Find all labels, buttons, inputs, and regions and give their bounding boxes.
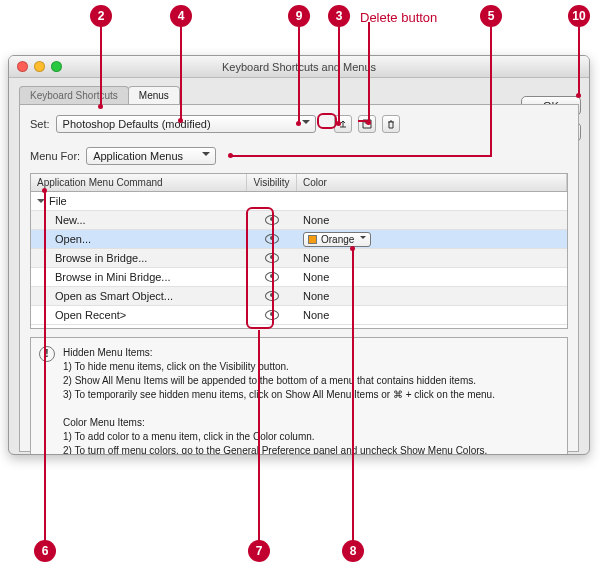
leader xyxy=(44,190,46,542)
cmd-label: Open... xyxy=(31,233,247,245)
leader-dot xyxy=(366,120,371,125)
leader xyxy=(368,22,370,122)
callout-5: 5 xyxy=(480,5,502,27)
set-value: Photoshop Defaults (modified) xyxy=(63,118,211,130)
leader xyxy=(352,248,354,542)
tab-strip: Keyboard Shortcuts Menus xyxy=(19,86,589,104)
help-line: 3) To temporarily see hidden menu items,… xyxy=(63,388,495,402)
leader-dot xyxy=(296,121,301,126)
leader xyxy=(258,330,260,542)
close-window-icon[interactable] xyxy=(17,61,28,72)
color-popup[interactable]: Orange xyxy=(303,232,371,247)
color-cell[interactable]: None xyxy=(297,309,567,321)
menu-for-label: Menu For: xyxy=(30,150,80,162)
callout-6: 6 xyxy=(34,540,56,562)
leader-dot xyxy=(228,153,233,158)
table-row[interactable]: Open Recent> None xyxy=(31,306,567,325)
info-icon: ! xyxy=(39,346,55,362)
callout-4: 4 xyxy=(170,5,192,27)
color-cell[interactable]: None xyxy=(297,290,567,302)
table-row[interactable]: Open as Smart Object... None xyxy=(31,287,567,306)
leader xyxy=(180,27,182,120)
table-row[interactable]: Browse in Bridge... None xyxy=(31,249,567,268)
leader xyxy=(100,27,102,106)
callout-3: 3 xyxy=(328,5,350,27)
color-cell[interactable]: None xyxy=(297,252,567,264)
table-row[interactable]: New... None xyxy=(31,211,567,230)
col-command[interactable]: Application Menu Command xyxy=(31,174,247,191)
leader-dot xyxy=(350,246,355,251)
leader xyxy=(578,27,580,95)
menu-table: Application Menu Command Visibility Colo… xyxy=(30,173,568,329)
table-header: Application Menu Command Visibility Colo… xyxy=(31,174,567,192)
color-cell[interactable]: None xyxy=(297,214,567,226)
tab-menus[interactable]: Menus xyxy=(128,86,180,104)
color-value: Orange xyxy=(321,234,354,245)
leader-dot xyxy=(178,118,183,123)
set-label: Set: xyxy=(30,118,50,130)
menu-for-value: Application Menus xyxy=(93,150,183,162)
col-color[interactable]: Color xyxy=(297,174,567,191)
callout-10: 10 xyxy=(568,5,590,27)
leader xyxy=(490,27,492,155)
cmd-label: Open as Smart Object... xyxy=(31,290,247,302)
leader xyxy=(230,155,492,157)
callout-9: 9 xyxy=(288,5,310,27)
menu-for-popup[interactable]: Application Menus xyxy=(86,147,216,165)
color-cell[interactable]: None xyxy=(297,271,567,283)
tab-keyboard-shortcuts[interactable]: Keyboard Shortcuts xyxy=(19,86,129,104)
minimize-window-icon[interactable] xyxy=(34,61,45,72)
help-box: ! Hidden Menu Items: 1) To hide menu ite… xyxy=(30,337,568,455)
highlight-visibility-column xyxy=(246,207,274,329)
group-file: File xyxy=(49,195,67,207)
cmd-label: New... xyxy=(31,214,247,226)
help-color-title: Color Menu Items: xyxy=(63,416,495,430)
leader xyxy=(298,27,300,123)
table-body: File New... None Open... Orange xyxy=(31,192,567,328)
table-row[interactable]: File xyxy=(31,192,567,211)
col-visibility[interactable]: Visibility xyxy=(247,174,297,191)
callout-2: 2 xyxy=(90,5,112,27)
table-row[interactable]: Open... Orange xyxy=(31,230,567,249)
table-row[interactable]: Browse in Mini Bridge... None xyxy=(31,268,567,287)
callout-7: 7 xyxy=(248,540,270,562)
leader-dot xyxy=(98,104,103,109)
callout-8: 8 xyxy=(342,540,364,562)
set-popup[interactable]: Photoshop Defaults (modified) xyxy=(56,115,316,133)
callout-delete-label: Delete button xyxy=(360,10,437,25)
cmd-label: Browse in Mini Bridge... xyxy=(31,271,247,283)
leader-dot xyxy=(576,93,581,98)
help-hidden-title: Hidden Menu Items: xyxy=(63,346,495,360)
highlight-set-icon xyxy=(317,113,337,129)
orange-swatch-icon xyxy=(308,235,317,244)
help-line: 2) To turn off menu colors, go to the Ge… xyxy=(63,444,495,455)
cmd-label: Browse in Bridge... xyxy=(31,252,247,264)
help-line: 1) To hide menu items, click on the Visi… xyxy=(63,360,495,374)
help-text: Hidden Menu Items: 1) To hide menu items… xyxy=(63,346,495,455)
help-line: 2) Show All Menu Items will be appended … xyxy=(63,374,495,388)
leader-dot xyxy=(42,188,47,193)
leader xyxy=(338,27,340,123)
traffic-lights xyxy=(17,61,62,72)
zoom-window-icon[interactable] xyxy=(51,61,62,72)
cmd-label: Open Recent> xyxy=(31,309,247,321)
delete-set-icon[interactable] xyxy=(382,115,400,133)
help-line: 1) To add color to a menu item, click in… xyxy=(63,430,495,444)
